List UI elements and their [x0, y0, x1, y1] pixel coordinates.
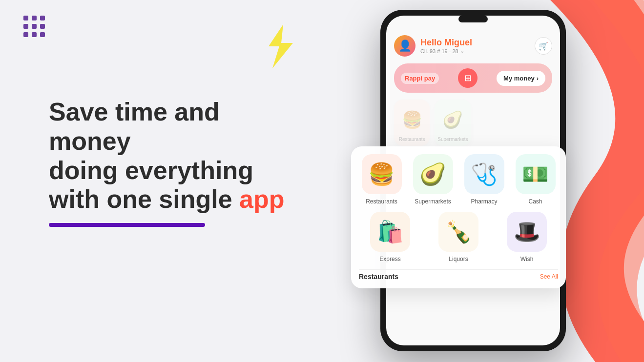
headline: Save time and money doing everything wit…	[49, 98, 293, 214]
cash-label: Cash	[528, 198, 542, 205]
restaurants-icon: 🍔	[398, 105, 426, 134]
category-supermarkets[interactable]: 🥑 Supermarkets	[435, 100, 471, 146]
supermarkets-label: Supermarkets	[415, 198, 451, 205]
headline-line2: doing everything	[49, 156, 293, 185]
categories-top-row: 🍔 Restaurants 🥑 Supermarkets 🩺 Pharmacy …	[359, 154, 558, 205]
app-header: 👤 Hello Miguel Cll. 93 # 19 - 28 ⌄ 🛒	[394, 35, 552, 57]
cat-restaurants[interactable]: 🍔 Restaurants	[359, 154, 404, 205]
express-icon: 🛍️	[370, 212, 410, 252]
phone-mockup: 👤 Hello Miguel Cll. 93 # 19 - 28 ⌄ 🛒	[380, 10, 590, 361]
cat-liquors[interactable]: 🍾 Liquors	[427, 212, 490, 262]
greeting-block: Hello Miguel Cll. 93 # 19 - 28 ⌄	[420, 38, 472, 54]
hero-text-section: Save time and money doing everything wit…	[49, 98, 293, 227]
location-text: Cll. 93 # 19 - 28 ⌄	[420, 48, 472, 54]
cat-wish[interactable]: 🎩 Wish	[496, 212, 558, 262]
express-label: Express	[379, 256, 400, 262]
see-all-link[interactable]: See All	[540, 273, 558, 280]
headline-highlight: app	[239, 185, 284, 213]
payment-bar[interactable]: Rappi pay ⊞ My money ›	[394, 63, 552, 93]
supermarkets-icon: 🥑	[413, 154, 453, 194]
restaurants-section-title: Restaurants	[359, 273, 398, 281]
greeting-prefix: Hello	[420, 38, 444, 47]
pharmacy-icon: 🩺	[464, 154, 504, 194]
bottom-bar: Restaurants See All	[359, 269, 558, 281]
restaurants-label: Restaurants	[366, 198, 397, 205]
restaurants-icon: 🍔	[362, 154, 402, 194]
phone-notch	[458, 16, 488, 22]
user-name: Miguel	[444, 38, 472, 47]
qr-button[interactable]: ⊞	[458, 68, 478, 88]
user-info: 👤 Hello Miguel Cll. 93 # 19 - 28 ⌄	[394, 35, 472, 57]
cat-supermarkets[interactable]: 🥑 Supermarkets	[410, 154, 456, 205]
wish-label: Wish	[520, 256, 534, 262]
liquors-label: Liquors	[449, 256, 468, 262]
qr-icon: ⊞	[464, 73, 472, 83]
supermarkets-icon: 🥑	[438, 105, 467, 134]
categories-grid-top: 🍔 Restaurants 🥑 Supermarkets	[394, 100, 552, 146]
greeting-text: Hello Miguel	[420, 38, 472, 48]
cat-express[interactable]: 🛍️ Express	[359, 212, 421, 262]
category-restaurants[interactable]: 🍔 Restaurants	[394, 100, 430, 146]
supermarkets-label: Supermarkets	[437, 137, 468, 142]
cash-icon: 💵	[516, 154, 556, 194]
cart-button[interactable]: 🛒	[535, 37, 552, 55]
chevron-right-icon: ›	[537, 75, 539, 82]
my-money-button[interactable]: My money ›	[497, 71, 545, 86]
headline-line3: with one single app	[49, 185, 293, 214]
floating-categories-card: 🍔 Restaurants 🥑 Supermarkets 🩺 Pharmacy …	[351, 146, 566, 288]
categories-bottom-row: 🛍️ Express 🍾 Liquors 🎩 Wish	[359, 212, 558, 262]
restaurants-label: Restaurants	[399, 137, 425, 142]
pharmacy-label: Pharmacy	[471, 198, 497, 205]
avatar: 👤	[394, 35, 415, 57]
cat-cash[interactable]: 💵 Cash	[513, 154, 558, 205]
wish-icon: 🎩	[507, 212, 547, 252]
underline-accent	[49, 223, 205, 227]
rappi-pay-label: Rappi pay	[401, 73, 439, 84]
my-money-label: My money	[503, 75, 535, 82]
cat-pharmacy[interactable]: 🩺 Pharmacy	[461, 154, 507, 205]
headline-line1: Save time and money	[49, 98, 293, 156]
liquors-icon: 🍾	[438, 212, 478, 252]
decorative-dots	[23, 16, 45, 37]
